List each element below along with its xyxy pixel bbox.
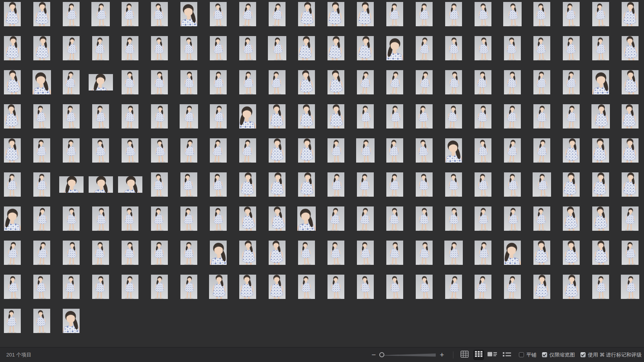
thumbnail[interactable] <box>56 133 86 167</box>
thumbnail[interactable] <box>115 201 145 235</box>
thumbnail[interactable] <box>233 99 262 133</box>
thumbnail[interactable] <box>262 270 292 304</box>
thumbnail[interactable] <box>439 270 468 304</box>
thumbnail[interactable] <box>321 270 351 304</box>
thumbnail[interactable] <box>498 201 527 235</box>
thumbnail[interactable] <box>233 31 262 65</box>
thumbnail[interactable] <box>615 235 644 270</box>
thumbnail[interactable] <box>527 235 557 270</box>
checkbox-thumbnails-only[interactable]: 仅限缩览图 <box>542 351 575 358</box>
thumbnail[interactable] <box>380 31 409 65</box>
thumbnail[interactable] <box>409 0 439 31</box>
thumbnail[interactable] <box>615 31 644 65</box>
thumbnail[interactable] <box>145 65 174 99</box>
thumbnail[interactable] <box>409 270 439 304</box>
thumbnail[interactable] <box>586 235 615 270</box>
thumbnail[interactable] <box>174 0 204 31</box>
list-view-button[interactable] <box>501 350 513 360</box>
thumbnail[interactable] <box>498 133 527 167</box>
thumbnail[interactable] <box>145 235 174 270</box>
thumbnail[interactable] <box>204 65 233 99</box>
thumbnail[interactable] <box>351 99 380 133</box>
checkbox-use-cmd-rating[interactable]: 使用 ⌘ 进行标记和评级 <box>580 351 642 358</box>
thumbnail[interactable] <box>145 0 174 31</box>
thumbnail[interactable] <box>321 133 351 167</box>
thumbnail[interactable] <box>351 270 380 304</box>
checkbox-use-cmd-rating-box[interactable] <box>580 352 586 357</box>
thumbnail[interactable] <box>86 31 115 65</box>
thumbnail[interactable] <box>527 270 557 304</box>
thumbnail[interactable] <box>262 65 292 99</box>
thumbnail[interactable] <box>439 65 468 99</box>
thumbnail[interactable] <box>115 167 145 201</box>
thumbnail[interactable] <box>174 99 204 133</box>
thumbnail[interactable] <box>292 31 321 65</box>
thumbnail[interactable] <box>615 270 644 304</box>
grid-view-button[interactable] <box>473 350 484 360</box>
thumbnail[interactable] <box>86 201 115 235</box>
list-preview-view-button[interactable] <box>486 350 498 360</box>
thumbnail[interactable] <box>86 235 115 270</box>
thumbnail[interactable] <box>27 31 56 65</box>
thumbnail[interactable] <box>27 201 56 235</box>
thumbnail[interactable] <box>292 133 321 167</box>
thumbnail[interactable] <box>204 270 233 304</box>
thumbnail[interactable] <box>27 0 56 31</box>
thumbnail[interactable] <box>527 0 557 31</box>
thumbnail[interactable] <box>380 201 409 235</box>
thumbnail[interactable] <box>56 31 86 65</box>
thumbnail[interactable] <box>233 0 262 31</box>
thumbnail[interactable] <box>27 99 56 133</box>
thumbnail[interactable] <box>27 65 56 99</box>
thumbnail[interactable] <box>527 99 557 133</box>
thumbnail[interactable] <box>0 99 27 133</box>
thumbnail[interactable] <box>409 31 439 65</box>
thumbnail[interactable] <box>586 0 615 31</box>
thumbnail[interactable] <box>468 65 498 99</box>
thumbnail[interactable] <box>527 167 557 201</box>
thumbnail[interactable] <box>0 167 27 201</box>
thumbnail[interactable] <box>321 201 351 235</box>
thumbnail[interactable] <box>557 99 586 133</box>
thumbnail[interactable] <box>498 99 527 133</box>
thumbnail[interactable] <box>321 167 351 201</box>
thumbnail[interactable] <box>586 167 615 201</box>
thumbnail[interactable] <box>204 99 233 133</box>
thumbnail[interactable] <box>321 235 351 270</box>
thumbnail[interactable] <box>527 31 557 65</box>
thumbnail[interactable] <box>115 235 145 270</box>
thumbnail[interactable] <box>498 235 527 270</box>
thumbnail[interactable] <box>56 270 86 304</box>
thumbnail[interactable] <box>145 201 174 235</box>
thumbnail[interactable] <box>262 201 292 235</box>
thumbnail[interactable] <box>174 65 204 99</box>
thumbnail[interactable] <box>233 235 262 270</box>
thumbnail[interactable] <box>409 167 439 201</box>
thumbnail[interactable] <box>498 65 527 99</box>
thumbnail[interactable] <box>557 0 586 31</box>
thumbnail[interactable] <box>292 235 321 270</box>
thumbnail[interactable] <box>439 99 468 133</box>
thumbnail[interactable] <box>174 133 204 167</box>
thumbnail[interactable] <box>557 31 586 65</box>
thumbnail[interactable] <box>174 201 204 235</box>
thumbnail[interactable] <box>27 304 56 338</box>
thumbnail[interactable] <box>233 270 262 304</box>
thumbnail[interactable] <box>409 65 439 99</box>
thumbnail[interactable] <box>586 201 615 235</box>
thumbnail[interactable] <box>115 270 145 304</box>
thumbnail[interactable] <box>498 31 527 65</box>
thumbnail[interactable] <box>351 201 380 235</box>
thumbnail[interactable] <box>557 65 586 99</box>
thumbnail[interactable] <box>498 0 527 31</box>
thumbnail[interactable] <box>615 0 644 31</box>
thumbnail[interactable] <box>586 99 615 133</box>
thumbnail[interactable] <box>380 235 409 270</box>
thumbnail[interactable] <box>380 99 409 133</box>
thumbnail[interactable] <box>527 65 557 99</box>
thumbnail[interactable] <box>262 99 292 133</box>
thumbnail[interactable] <box>586 270 615 304</box>
thumbnail[interactable] <box>615 65 644 99</box>
thumbnail[interactable] <box>115 133 145 167</box>
thumbnail[interactable] <box>145 133 174 167</box>
